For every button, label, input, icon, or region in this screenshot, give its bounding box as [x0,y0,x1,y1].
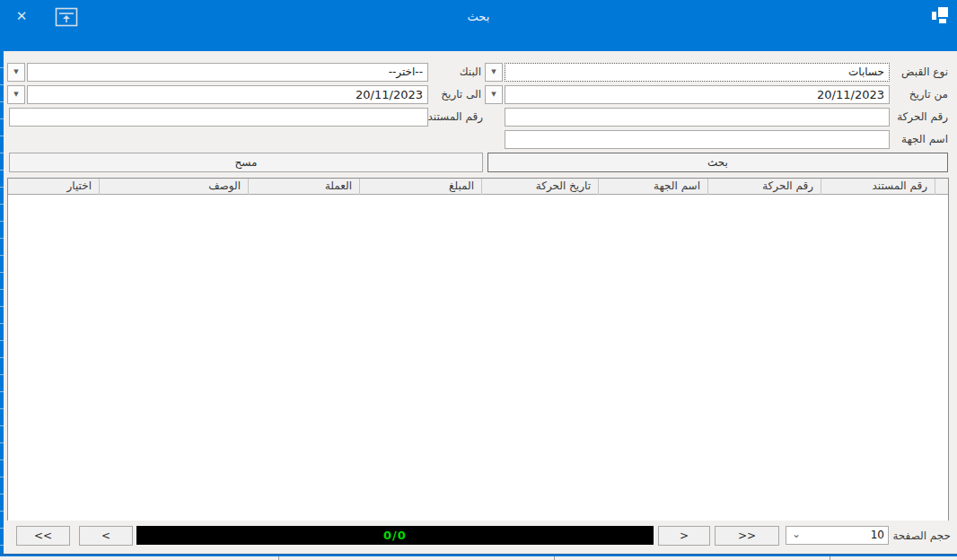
title-bar [0,0,957,51]
cascade-windows-icon[interactable] [931,6,951,26]
receipt-type-combobox[interactable]: حسابات [505,63,890,82]
window-title: بحث [0,10,957,23]
document-number-label: رقم المستند [429,108,483,127]
bank-dropdown-arrow-icon[interactable]: ▼ [7,63,25,82]
cascade-windows-glyph [931,6,951,26]
entity-name-label: اسم الجهة [891,130,948,149]
column-header-select[interactable]: اختيار [6,179,99,195]
column-header-description[interactable]: الوصف [99,179,248,195]
movement-number-label: رقم الحركة [891,108,948,127]
document-number-input[interactable] [9,108,428,127]
background-window-edge [0,51,4,554]
bank-label: البنك [431,63,481,82]
movement-number-input[interactable] [505,108,890,127]
entity-name-input[interactable] [505,130,890,149]
page-size-label: حجم الصفحة [891,526,951,545]
chevron-down-icon: ⌄ [792,527,801,544]
from-date-label: من تاريخ [891,85,948,104]
page-size-select[interactable]: ⌄ 10 [786,526,889,545]
window-bottom-border [0,554,957,556]
page-size-value: 10 [871,527,884,544]
to-date-dropdown-arrow-icon[interactable]: ▼ [7,85,25,104]
search-button[interactable]: بحث [487,153,948,172]
page-back-button[interactable]: < [79,526,133,546]
to-date-label: الى تاريخ [431,85,481,104]
page-counter: 0/0 [136,526,654,545]
receipt-type-label: نوع القبض [891,63,948,82]
results-table: رقم المستند رقم الحركة اسم الجهة تاريخ ا… [7,178,949,521]
receipt-type-dropdown-arrow-icon[interactable]: ▼ [485,63,503,82]
column-header-amount[interactable]: المبلغ [359,179,481,195]
from-date-input[interactable]: 20/11/2023 [505,85,890,104]
background-gridline [278,556,279,560]
background-gridline [830,556,830,560]
results-table-body[interactable] [8,195,948,521]
column-header-movement-date[interactable]: تاريخ الحركة [481,179,598,195]
results-table-header: رقم المستند رقم الحركة اسم الجهة تاريخ ا… [8,179,948,195]
column-header-document-number[interactable]: رقم المستند [821,179,935,195]
column-header-entity-name[interactable]: اسم الجهة [598,179,707,195]
to-date-input[interactable]: 20/11/2023 [27,85,428,104]
clear-button[interactable]: مسح [9,153,483,172]
page-rewind-button[interactable]: << [16,526,70,546]
column-header-movement-number[interactable]: رقم الحركة [707,179,821,195]
column-header-currency[interactable]: العملة [248,179,359,195]
column-header-selector[interactable] [935,179,948,195]
background-gridline [554,556,555,560]
from-date-dropdown-arrow-icon[interactable]: ▼ [485,85,503,104]
page-fast-forward-button[interactable]: >> [715,526,779,546]
page-forward-button[interactable]: > [658,526,710,546]
bank-combobox[interactable]: --اختر-- [27,63,428,82]
